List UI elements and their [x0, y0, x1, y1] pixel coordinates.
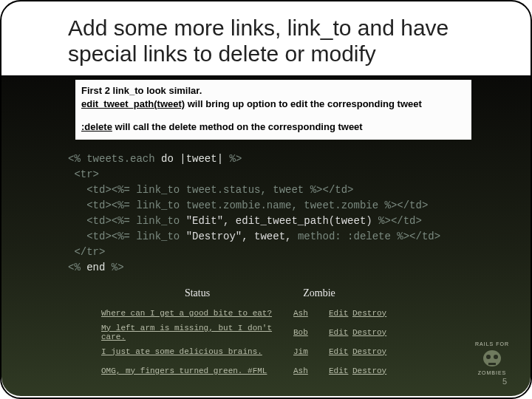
table-header: Status Zombie — [101, 287, 531, 304]
cell-edit[interactable]: Edit — [329, 328, 352, 337]
slide-body: First 2 link_to look similar. edit_tweet… — [1, 75, 531, 396]
cell-destroy[interactable]: Destroy — [352, 347, 389, 356]
code-line: <td><%= link_to tweet.status, tweet %></… — [68, 183, 531, 198]
table-row: My left arm is missing, but I don't care… — [101, 323, 531, 342]
svg-rect-3 — [488, 363, 496, 365]
note-line-3-rest: will call the delete method on the corre… — [112, 121, 363, 132]
code-line: <td><%= link_to "Edit", edit_tweet_path(… — [68, 214, 531, 229]
cell-edit[interactable]: Edit — [329, 366, 352, 375]
output-table: Status Zombie Where can I get a good bit… — [101, 287, 531, 381]
note-line-1: First 2 link_to look similar. — [81, 84, 466, 98]
cell-edit[interactable]: Edit — [329, 347, 352, 356]
svg-point-1 — [486, 355, 491, 359]
cell-destroy[interactable]: Destroy — [352, 366, 389, 375]
note-edit-code: edit_tweet_path(tweet) — [81, 98, 185, 109]
page-number: 5 — [502, 377, 507, 386]
table-row: Where can I get a good bite to eat? Ash … — [101, 304, 531, 323]
logo-top-text: RAILS FOR — [475, 341, 509, 347]
code-line: <td><%= link_to tweet.zombie.name, tweet… — [68, 198, 531, 214]
code-line: <% end %> — [68, 260, 531, 276]
cell-destroy[interactable]: Destroy — [352, 328, 389, 337]
cell-status[interactable]: I just ate some delicious brains. — [101, 347, 293, 356]
note-delete-code: :delete — [81, 121, 112, 132]
cell-status[interactable]: OMG, my fingers turned green. #FML — [101, 366, 293, 375]
th-status: Status — [101, 287, 293, 299]
annotation-box: First 2 link_to look similar. edit_tweet… — [75, 80, 471, 140]
cell-status[interactable]: My left arm is missing, but I don't care… — [101, 324, 293, 341]
th-zombie: Zombie — [293, 287, 345, 299]
rails-for-zombies-logo: RAILS FOR ZOMBIES — [468, 341, 516, 386]
cell-edit[interactable]: Edit — [329, 309, 352, 318]
code-line: <% tweets.each do |tweet| %> — [68, 151, 531, 167]
code-line: <td><%= link_to "Destroy", tweet, method… — [68, 229, 531, 245]
code-line: </tr> — [68, 245, 531, 260]
cell-status[interactable]: Where can I get a good bite to eat? — [101, 309, 293, 318]
note-spacer — [81, 110, 466, 120]
cell-zombie[interactable]: Bob — [293, 328, 329, 337]
cell-zombie[interactable]: Ash — [293, 309, 329, 318]
note-line-2-rest: will bring up option to edit the corresp… — [185, 98, 422, 109]
cell-destroy[interactable]: Destroy — [352, 309, 389, 318]
cell-zombie[interactable]: Jim — [293, 347, 329, 356]
zombie-icon — [480, 348, 505, 370]
slide: Add some more links, link_to and have sp… — [0, 0, 532, 399]
logo-bottom-text: ZOMBIES — [478, 370, 507, 375]
note-line-3: :delete will call the delete method on t… — [81, 120, 466, 134]
table-row: OMG, my fingers turned green. #FML Ash E… — [101, 361, 531, 381]
cell-zombie[interactable]: Ash — [293, 366, 329, 375]
code-line: <tr> — [68, 167, 531, 183]
code-block: <% tweets.each do |tweet| %> <tr> <td><%… — [1, 149, 531, 283]
slide-title: Add some more links, link_to and have sp… — [1, 1, 531, 72]
table-row: I just ate some delicious brains. Jim Ed… — [101, 342, 531, 361]
note-line-2: edit_tweet_path(tweet) will bring up opt… — [81, 98, 466, 111]
svg-point-2 — [494, 355, 498, 359]
